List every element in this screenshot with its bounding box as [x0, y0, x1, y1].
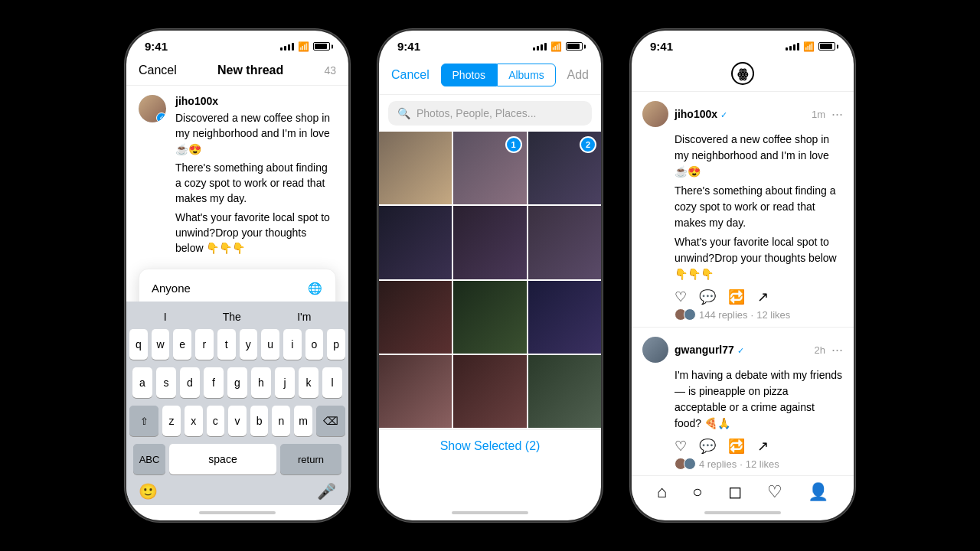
nav-home[interactable]: ⌂ — [657, 482, 667, 502]
key-m[interactable]: m — [294, 406, 312, 436]
comment-button-2[interactable]: 💬 — [699, 438, 716, 455]
key-f[interactable]: f — [204, 367, 224, 398]
nav-likes[interactable]: ♡ — [767, 482, 782, 502]
key-k[interactable]: k — [299, 367, 318, 398]
key-j[interactable]: j — [275, 367, 295, 398]
photo-cell-8[interactable] — [453, 281, 526, 354]
show-selected-button[interactable]: Show Selected (2) — [379, 429, 601, 462]
key-delete[interactable]: ⌫ — [316, 406, 345, 436]
photo-cell-4[interactable] — [379, 206, 452, 279]
suggestion-3[interactable]: I'm — [297, 311, 311, 323]
key-space[interactable]: space — [169, 444, 276, 474]
photo-cell-2[interactable]: 1 — [453, 132, 526, 204]
key-s[interactable]: s — [156, 367, 176, 398]
wifi-icon-2: 📶 — [550, 41, 562, 52]
more-button-2[interactable]: ··· — [831, 342, 843, 358]
nav-profile[interactable]: 👤 — [808, 482, 828, 502]
photo-search-bar[interactable]: 🔍 Photos, People, Places... — [388, 101, 592, 126]
reply-count-2: 4 replies — [699, 458, 737, 470]
status-icons-3: 📶 — [786, 41, 835, 52]
repost-button-1[interactable]: 🔁 — [728, 289, 745, 305]
suggestion-1[interactable]: I — [164, 311, 167, 323]
select-badge-1: 1 — [505, 136, 522, 153]
photo-cell-10[interactable] — [379, 355, 452, 428]
key-e[interactable]: e — [173, 329, 191, 360]
key-row-1: q w e r t y u i o p — [129, 329, 345, 360]
post-stats-1: 144 replies · 12 likes — [642, 308, 843, 321]
key-p[interactable]: p — [327, 329, 345, 360]
like-button-1[interactable]: ♡ — [675, 289, 687, 305]
like-count-2: 12 likes — [746, 458, 779, 470]
key-d[interactable]: d — [180, 367, 200, 398]
thread-body: ✓ jiho100x Discovered a new coffee shop … — [126, 86, 348, 266]
key-r[interactable]: r — [195, 329, 214, 360]
mic-icon[interactable]: 🎤 — [317, 482, 336, 500]
nav-search[interactable]: ○ — [692, 482, 702, 502]
photo-cell-5[interactable] — [453, 206, 526, 279]
key-b[interactable]: b — [250, 406, 269, 436]
share-button-1[interactable]: ↗ — [757, 289, 769, 305]
reply-count-1: 144 replies — [699, 309, 748, 321]
key-return[interactable]: return — [280, 444, 341, 474]
signal-icon-1 — [280, 43, 294, 51]
nav-compose[interactable]: ◻ — [728, 482, 742, 502]
status-icons-2: 📶 — [533, 41, 583, 52]
feed-header: ꙮ — [632, 56, 854, 92]
key-h[interactable]: h — [251, 367, 271, 398]
verified-icon-2: ✓ — [737, 346, 744, 355]
search-placeholder: Photos, People, Places... — [416, 107, 536, 119]
tab-albums[interactable]: Albums — [497, 64, 556, 86]
key-l[interactable]: l — [322, 367, 342, 398]
dropdown-anyone-label: Anyone — [152, 282, 191, 295]
emoji-icon[interactable]: 🙂 — [139, 482, 158, 500]
picker-cancel-button[interactable]: Cancel — [391, 68, 430, 82]
key-y[interactable]: y — [240, 329, 258, 360]
photo-cell-12[interactable] — [528, 355, 601, 428]
key-u[interactable]: u — [261, 329, 279, 360]
tab-photos[interactable]: Photos — [441, 64, 498, 86]
key-q[interactable]: q — [129, 329, 148, 360]
wifi-icon-3: 📶 — [803, 41, 815, 52]
key-g[interactable]: g — [227, 367, 247, 398]
key-t[interactable]: t — [217, 329, 236, 360]
verified-icon-1: ✓ — [720, 110, 727, 119]
key-c[interactable]: c — [207, 406, 225, 436]
photo-cell-3[interactable]: 2 — [528, 132, 601, 204]
key-n[interactable]: n — [272, 406, 290, 436]
photo-cell-9[interactable] — [528, 281, 601, 354]
signal-icon-3 — [786, 43, 799, 51]
key-z[interactable]: z — [162, 406, 181, 436]
photo-cell-1[interactable] — [379, 132, 452, 204]
key-w[interactable]: w — [152, 329, 170, 360]
phone-photo-picker: 9:41 📶 Cancel Photos Albums Add 🔍 Photos… — [379, 31, 601, 520]
comment-button-1[interactable]: 💬 — [699, 289, 716, 305]
post-header-2: gwangurl77 ✓ 2h ··· — [642, 337, 843, 363]
photo-cell-11[interactable] — [453, 355, 526, 428]
post-meta-2: 2h ··· — [815, 342, 843, 358]
feed-scroll[interactable]: jiho100x ✓ 1m ··· Discovered a new coffe… — [632, 92, 854, 490]
cancel-button[interactable]: Cancel — [139, 64, 177, 77]
like-count-1: 12 likes — [756, 309, 790, 321]
photo-cell-7[interactable] — [379, 281, 452, 354]
thread-line1: Discovered a new coffee shop in my neigh… — [175, 110, 336, 157]
home-indicator-3 — [704, 511, 781, 514]
more-button-1[interactable]: ··· — [831, 106, 843, 122]
key-x[interactable]: x — [185, 406, 203, 436]
key-o[interactable]: o — [305, 329, 324, 360]
feed-bottom-nav: ⌂ ○ ◻ ♡ 👤 — [632, 475, 854, 505]
suggestion-2[interactable]: The — [223, 311, 241, 323]
post-meta-1: 1m ··· — [812, 106, 843, 122]
key-a[interactable]: a — [132, 367, 152, 398]
thread-username: jiho100x — [175, 95, 336, 107]
post-actions-1: ♡ 💬 🔁 ↗ — [642, 289, 843, 305]
key-v[interactable]: v — [228, 406, 247, 436]
photo-cell-6[interactable] — [528, 206, 601, 279]
key-abc[interactable]: ABC — [133, 444, 165, 474]
key-i[interactable]: i — [283, 329, 302, 360]
key-row-4: ABC space return — [129, 444, 345, 474]
key-shift[interactable]: ⇧ — [129, 406, 158, 436]
like-button-2[interactable]: ♡ — [675, 438, 687, 455]
share-button-2[interactable]: ↗ — [757, 438, 769, 455]
repost-button-2[interactable]: 🔁 — [728, 438, 745, 455]
picker-add-button[interactable]: Add — [567, 68, 589, 82]
